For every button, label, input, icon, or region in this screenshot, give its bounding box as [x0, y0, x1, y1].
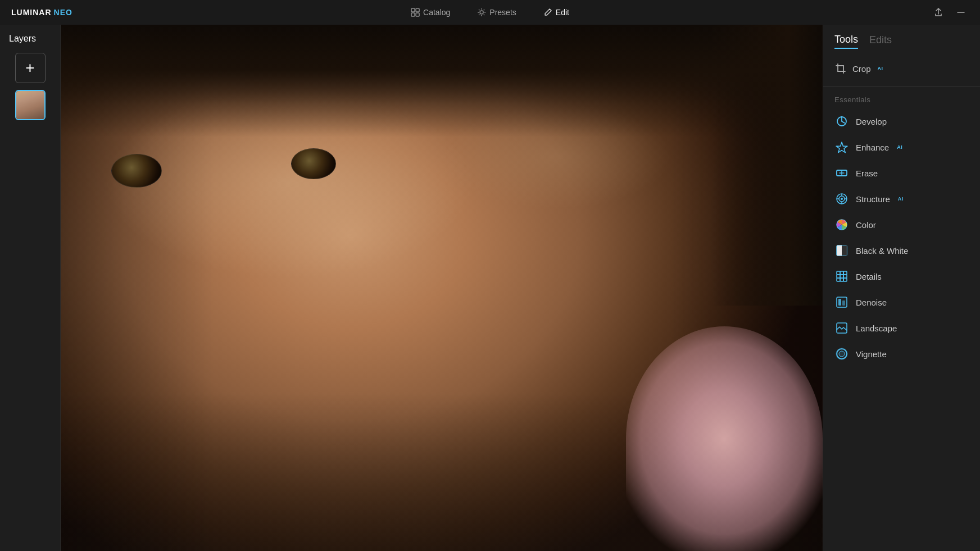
eye-left — [111, 154, 162, 188]
svg-line-11 — [484, 10, 484, 10]
structure-ai-badge: AI — [898, 196, 904, 202]
navigation: Catalog Presets Edit — [406, 6, 574, 19]
black-white-label: Black & White — [856, 246, 908, 256]
nav-edit-label: Edit — [556, 8, 569, 17]
structure-label: Structure — [856, 194, 890, 204]
crop-item[interactable]: Crop AI — [832, 58, 971, 79]
title-bar: LUMINAR NEO Catalog — [0, 0, 980, 25]
nav-edit[interactable]: Edit — [539, 6, 574, 19]
svg-rect-36 — [842, 300, 845, 306]
tool-item-landscape[interactable]: Landscape — [832, 315, 971, 341]
svg-point-4 — [480, 11, 483, 14]
minimize-icon — [956, 7, 966, 17]
landscape-icon — [834, 321, 849, 335]
crop-ai-badge: AI — [878, 66, 883, 71]
svg-rect-1 — [416, 8, 419, 12]
svg-line-10 — [484, 15, 484, 15]
crop-label: Crop — [852, 64, 871, 74]
vignette-label: Vignette — [856, 349, 887, 359]
edit-icon — [543, 8, 552, 17]
svg-rect-2 — [411, 13, 415, 16]
develop-icon — [834, 114, 849, 129]
presets-icon — [477, 8, 486, 17]
tool-item-details[interactable]: Details — [832, 263, 971, 289]
denoise-icon — [834, 295, 849, 309]
add-layer-button[interactable]: + — [15, 53, 46, 83]
tool-item-black-white[interactable]: Black & White — [832, 238, 971, 263]
tab-tools[interactable]: Tools — [834, 34, 858, 49]
develop-label: Develop — [856, 117, 887, 126]
photo-canvas — [61, 25, 823, 551]
nav-presets-label: Presets — [489, 8, 516, 17]
add-layer-plus: + — [25, 59, 34, 77]
tool-item-erase[interactable]: Erase — [832, 160, 971, 186]
svg-line-9 — [479, 10, 479, 10]
enhance-ai-badge: AI — [897, 144, 902, 150]
layer-thumbnail-1[interactable] — [15, 90, 46, 120]
structure-icon — [834, 192, 849, 206]
window-controls — [931, 4, 969, 20]
tool-item-vignette[interactable]: Vignette — [832, 341, 971, 367]
layers-title: Layers — [0, 34, 36, 44]
details-label: Details — [856, 272, 882, 281]
svg-rect-31 — [837, 278, 840, 281]
share-button[interactable] — [931, 4, 946, 20]
erase-icon — [834, 166, 849, 180]
details-icon — [834, 269, 849, 284]
svg-rect-26 — [840, 271, 843, 275]
main-content: Layers + Tools Edits — [0, 25, 980, 551]
tab-edits[interactable]: Edits — [869, 34, 892, 48]
nav-catalog[interactable]: Catalog — [406, 6, 455, 19]
erase-label: Erase — [856, 169, 878, 178]
share-icon — [933, 7, 943, 17]
logo-luminar: LUMINAR — [11, 8, 52, 17]
landscape-label: Landscape — [856, 324, 897, 333]
canvas-area[interactable] — [61, 25, 823, 551]
essentials-title: Essentials — [832, 95, 971, 104]
svg-rect-29 — [840, 275, 843, 278]
tool-item-denoise[interactable]: Denoise — [832, 289, 971, 315]
crop-section: Crop AI — [823, 53, 980, 86]
svg-rect-0 — [411, 8, 415, 12]
essentials-section: Essentials Develop Enhance — [823, 86, 980, 371]
tool-item-color[interactable]: Color — [832, 212, 971, 238]
minimize-button[interactable] — [953, 4, 969, 20]
hair-top — [61, 25, 823, 137]
right-panel: Tools Edits Crop AI Essentials — [823, 25, 980, 551]
vignette-icon — [834, 347, 849, 361]
flower-overlay — [626, 326, 823, 551]
catalog-icon — [411, 8, 420, 17]
svg-point-39 — [839, 351, 845, 357]
svg-rect-3 — [416, 13, 419, 16]
panel-tabs: Tools Edits — [823, 25, 980, 53]
svg-rect-25 — [837, 271, 840, 275]
logo-neo: NEO — [54, 8, 72, 17]
color-label: Color — [856, 220, 876, 230]
svg-line-12 — [479, 15, 479, 15]
color-icon — [834, 217, 849, 232]
svg-rect-28 — [837, 275, 840, 278]
eye-right — [291, 148, 336, 179]
svg-rect-30 — [843, 275, 847, 278]
tool-item-structure[interactable]: Structure AI — [832, 186, 971, 212]
svg-rect-33 — [843, 278, 847, 281]
portrait-background — [61, 25, 823, 551]
enhance-label: Enhance — [856, 143, 889, 152]
svg-point-18 — [841, 198, 843, 200]
svg-rect-32 — [840, 278, 843, 281]
nav-presets[interactable]: Presets — [473, 6, 520, 19]
svg-rect-27 — [843, 271, 847, 275]
svg-rect-34 — [837, 297, 847, 307]
app-logo: LUMINAR NEO — [11, 8, 72, 17]
hair-right — [710, 25, 823, 306]
tool-item-develop[interactable]: Develop — [832, 108, 971, 134]
black-white-icon — [834, 243, 849, 258]
enhance-icon — [834, 140, 849, 154]
layer-thumb-preview — [16, 91, 44, 119]
layers-panel: Layers + — [0, 25, 61, 551]
denoise-label: Denoise — [856, 298, 887, 307]
nav-catalog-label: Catalog — [423, 8, 450, 17]
tool-item-enhance[interactable]: Enhance AI — [832, 134, 971, 160]
crop-icon — [834, 62, 847, 75]
svg-rect-35 — [838, 299, 841, 306]
